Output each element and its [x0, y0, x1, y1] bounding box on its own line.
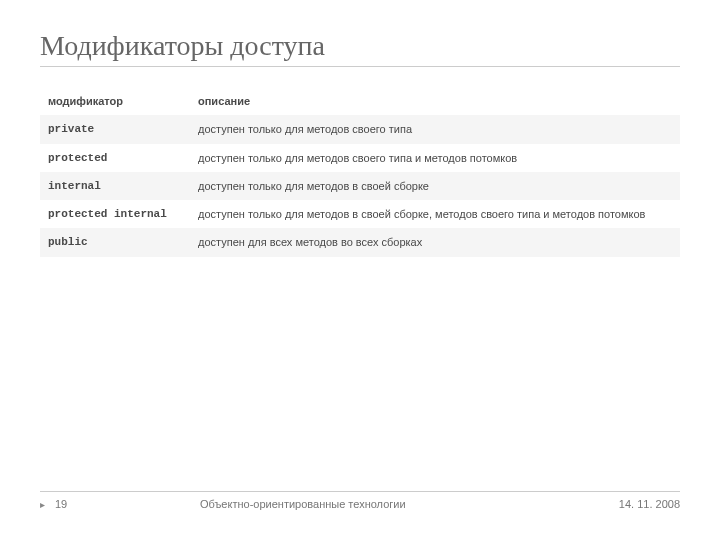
footer: ▸ 19 Объектно-ориентированные технологии… — [40, 491, 680, 510]
header-description: описание — [190, 87, 680, 115]
cell-description: доступен только для методов в своей сбор… — [190, 172, 680, 200]
page-number: 19 — [55, 498, 67, 510]
modifier-table: модификатор описание private доступен то… — [40, 87, 680, 257]
table-row: protected доступен только для методов св… — [40, 144, 680, 172]
footer-title: Объектно-ориентированные технологии — [200, 498, 560, 510]
table-row: protected internal доступен только для м… — [40, 200, 680, 228]
cell-description: доступен только для методов в своей сбор… — [190, 200, 680, 228]
table-header: модификатор описание — [40, 87, 680, 115]
footer-marker-icon: ▸ — [40, 499, 45, 510]
table-row: public доступен для всех методов во всех… — [40, 228, 680, 256]
cell-description: доступен только для методов своего типа … — [190, 144, 680, 172]
cell-description: доступен для всех методов во всех сборка… — [190, 228, 680, 256]
table-row: internal доступен только для методов в с… — [40, 172, 680, 200]
footer-date: 14. 11. 2008 — [560, 498, 680, 510]
cell-modifier: protected internal — [40, 200, 190, 228]
table-row: private доступен только для методов свое… — [40, 115, 680, 143]
cell-modifier: public — [40, 228, 190, 256]
cell-description: доступен только для методов своего типа — [190, 115, 680, 143]
header-modifier: модификатор — [40, 87, 190, 115]
cell-modifier: internal — [40, 172, 190, 200]
slide-title: Модификаторы доступа — [40, 30, 680, 67]
cell-modifier: private — [40, 115, 190, 143]
cell-modifier: protected — [40, 144, 190, 172]
